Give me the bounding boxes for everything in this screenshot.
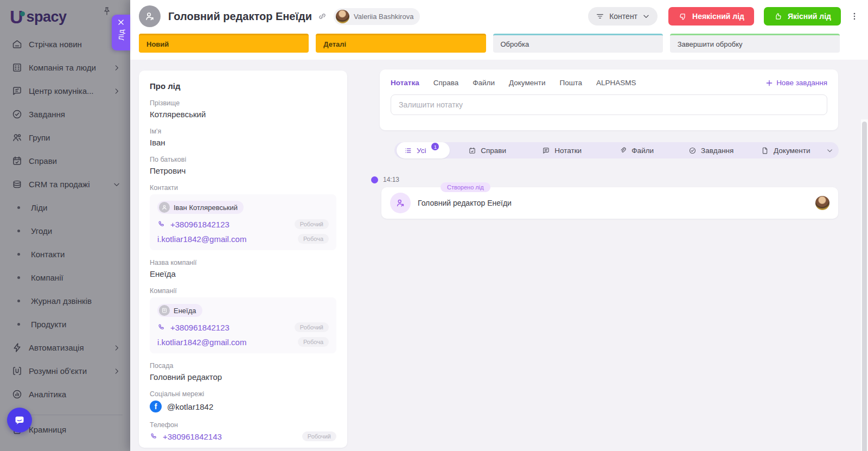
- contact-chip-label: Іван Котляревський: [174, 204, 238, 212]
- check-circle-icon: [688, 147, 697, 155]
- phone-icon: [157, 220, 166, 228]
- filter-notes[interactable]: Нотатки: [525, 142, 599, 158]
- content-filter-label: Контент: [609, 12, 637, 21]
- company-chip-label: Енеїда: [174, 307, 196, 315]
- pipeline-stage-finish[interactable]: Завершити обробку: [670, 34, 840, 53]
- filter-all[interactable]: Усі 1: [397, 142, 450, 158]
- phone-icon: [157, 323, 166, 332]
- lead-phone-value: +380961842143: [163, 432, 222, 441]
- good-lead-label: Якісний лід: [788, 12, 831, 21]
- timeline-dot: [371, 176, 378, 183]
- phone-type-tag: Робочий: [295, 322, 329, 332]
- tab-files[interactable]: Файли: [473, 79, 495, 87]
- filter-label: Справи: [481, 147, 506, 155]
- company-email-link[interactable]: i.kotliar1842@gmail.com: [157, 338, 246, 347]
- filter-label: Документи: [774, 147, 810, 155]
- lead-phone-row: +380961842143 Робочий: [150, 431, 336, 441]
- patronymic-label: По батькові: [150, 156, 336, 163]
- page-title: Головний редактор Енеїди: [168, 10, 312, 23]
- surname-value[interactable]: Котляревський: [150, 110, 336, 119]
- person-icon: [159, 202, 170, 213]
- contact-phone-link[interactable]: +380961842123: [157, 220, 229, 229]
- close-icon[interactable]: [117, 18, 125, 26]
- thumbs-up-icon: [774, 12, 783, 21]
- patronymic-value[interactable]: Петрович: [150, 166, 336, 175]
- event-author-avatar: [815, 196, 829, 210]
- scrollbar-thumb[interactable]: [862, 122, 867, 451]
- lead-header: Головний редактор Енеїди Valeriia Bashki…: [130, 0, 868, 60]
- chevron-down-icon[interactable]: [826, 147, 833, 154]
- activity-composer-card: Нотатка Справа Файли Документи Пошта ALP…: [380, 69, 838, 130]
- title-row: Головний редактор Енеїди Valeriia Bashki…: [139, 4, 859, 28]
- phone-type-tag: Робочий: [302, 431, 336, 441]
- scrollbar-track[interactable]: [861, 119, 868, 451]
- more-options-icon[interactable]: [850, 11, 859, 21]
- lead-body: Про лід Прізвище Котляревський Ім'я Іван…: [130, 60, 868, 451]
- owner-chip[interactable]: Valeriia Bashkirova: [334, 8, 420, 25]
- company-chip[interactable]: Енеїда: [157, 304, 202, 317]
- filter-activities[interactable]: Справи: [450, 142, 525, 158]
- tab-alphasms[interactable]: ALPHASMS: [596, 79, 636, 87]
- filter-count-badge: 1: [431, 143, 439, 150]
- phone-icon: [150, 432, 158, 441]
- email-type-tag: Робоча: [298, 337, 329, 347]
- filter-label: Нотатки: [554, 147, 582, 155]
- timeline-time: 14:13: [383, 176, 399, 183]
- event-title: Головний редактор Енеїди: [418, 199, 815, 207]
- event-tag: Створено лід: [441, 182, 490, 192]
- filter-files[interactable]: Файли: [599, 142, 674, 158]
- social-row: f @kotlar1842: [150, 401, 336, 412]
- name-value[interactable]: Іван: [150, 138, 336, 147]
- slideover-label: Лід: [117, 29, 125, 41]
- filter-documents[interactable]: Документи: [749, 142, 824, 158]
- phone-type-tag: Робочий: [295, 219, 329, 229]
- lead-type-icon: [139, 5, 161, 27]
- lead-phone-link[interactable]: +380961842143: [150, 432, 222, 441]
- tab-documents[interactable]: Документи: [509, 79, 545, 87]
- stage-label: Обробка: [501, 40, 529, 48]
- filter-tasks[interactable]: Завдання: [674, 142, 749, 158]
- pipeline-stage-processing[interactable]: Обробка: [493, 34, 663, 53]
- content-filter-button[interactable]: Контент: [588, 7, 658, 26]
- message-icon: [542, 147, 550, 155]
- chat-bubble-icon: [13, 414, 26, 427]
- calendar-icon: [468, 147, 476, 155]
- new-task-button[interactable]: Нове завдання: [765, 79, 827, 87]
- paperclip-icon: [619, 147, 627, 155]
- companies-label: Компанії: [150, 287, 336, 295]
- position-value[interactable]: Головний редактор: [150, 372, 336, 382]
- tab-activity[interactable]: Справа: [433, 79, 459, 87]
- filter-label: Файли: [631, 147, 654, 155]
- note-input[interactable]: [391, 94, 827, 115]
- lead-slideover-tab[interactable]: Лід: [112, 15, 130, 50]
- filter-label: Завдання: [701, 147, 733, 155]
- filter-icon: [596, 12, 604, 21]
- tab-note[interactable]: Нотатка: [391, 79, 419, 87]
- contact-phone-value: +380961842123: [170, 220, 229, 229]
- position-label: Посада: [150, 362, 336, 370]
- stage-label: Деталі: [323, 40, 346, 48]
- company-email-row: i.kotliar1842@gmail.com Робоча: [157, 337, 329, 347]
- company-phone-link[interactable]: +380961842123: [157, 323, 229, 332]
- good-lead-button[interactable]: Якісний лід: [764, 7, 841, 26]
- company-name-label: Назва компанії: [150, 259, 336, 266]
- lead-detail-panel: Головний редактор Енеїди Valeriia Bashki…: [130, 0, 868, 451]
- pipeline-stage-details[interactable]: Деталі: [316, 34, 486, 53]
- contact-email-link[interactable]: i.kotliar1842@gmail.com: [157, 234, 246, 244]
- pipeline-stage-new[interactable]: Новий: [139, 34, 309, 53]
- name-label: Ім'я: [150, 128, 336, 135]
- thumbs-down-icon: [678, 12, 687, 21]
- app-window: U spacy Стрічка новин Компанія та люди Ц…: [0, 0, 868, 451]
- bad-lead-button[interactable]: Неякісний лід: [668, 7, 754, 26]
- support-chat-button[interactable]: [7, 408, 32, 433]
- company-phone-row: +380961842123 Робочий: [157, 322, 329, 332]
- facebook-icon[interactable]: f: [150, 401, 162, 412]
- tab-mail[interactable]: Пошта: [559, 79, 582, 87]
- contact-chip[interactable]: Іван Котляревський: [157, 201, 244, 214]
- company-name-value[interactable]: Енеїда: [150, 269, 336, 278]
- phone-label: Телефон: [150, 421, 336, 429]
- copy-link-icon[interactable]: [317, 11, 327, 21]
- email-type-tag: Робоча: [298, 234, 329, 244]
- contact-phone-row: +380961842123 Робочий: [157, 219, 329, 229]
- social-handle[interactable]: @kotlar1842: [167, 402, 213, 411]
